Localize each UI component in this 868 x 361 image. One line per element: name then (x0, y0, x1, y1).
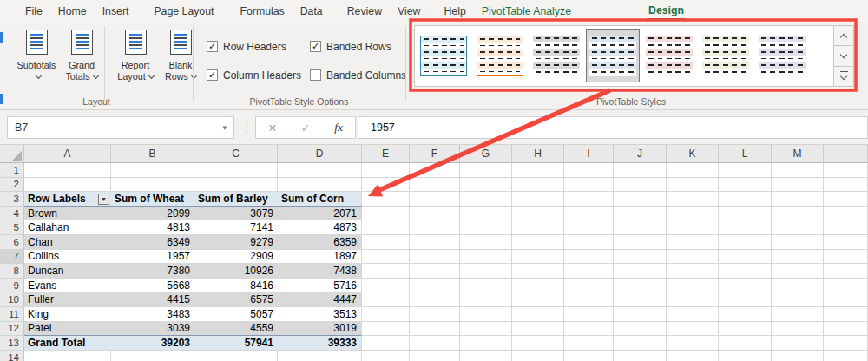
grid-cell[interactable] (564, 192, 614, 207)
column-header-f[interactable]: F (410, 145, 460, 163)
row-header[interactable]: 5 (0, 220, 24, 235)
grid-cell[interactable] (362, 178, 410, 193)
subtotals-button[interactable]: Subtotals (14, 26, 59, 82)
grid-cell[interactable] (460, 220, 512, 235)
grid-cell[interactable] (194, 351, 278, 361)
pivot-style-thumbnail-green[interactable] (699, 29, 753, 82)
pivot-value-cell[interactable]: 5668 (111, 279, 194, 293)
column-header-h[interactable]: H (512, 145, 564, 163)
grid-cell[interactable] (512, 178, 564, 193)
name-box-dropdown-icon[interactable]: ▾ (222, 123, 233, 132)
pivot-value-cell[interactable]: 6575 (194, 292, 278, 307)
tab-data[interactable]: Data (293, 0, 331, 22)
pivot-style-thumbnail-purple[interactable] (755, 29, 809, 82)
name-box[interactable]: B7 ▾ (7, 116, 234, 139)
grid-cell[interactable] (512, 351, 564, 361)
grid-cell[interactable] (512, 235, 564, 250)
grid-cell[interactable] (614, 220, 667, 235)
tab-page-layout[interactable]: Page Layout (146, 0, 221, 22)
tab-home[interactable]: Home (50, 0, 95, 22)
grid-cell[interactable] (667, 264, 719, 279)
tab-review[interactable]: Review (339, 0, 390, 22)
grid-cell[interactable] (362, 235, 410, 250)
column-header-i[interactable]: I (564, 145, 614, 163)
grid-cell[interactable] (564, 250, 614, 265)
tab-insert[interactable]: Insert (95, 0, 137, 22)
column-header-k[interactable]: K (667, 145, 719, 163)
grid-cell[interactable] (614, 235, 667, 250)
grid-cell[interactable] (824, 220, 868, 235)
grid-cell[interactable] (772, 192, 824, 207)
grid-cell[interactable] (719, 207, 772, 221)
grid-cell[interactable] (824, 351, 868, 361)
grid-cell[interactable] (667, 279, 719, 293)
pivot-value-cell[interactable]: 3483 (111, 307, 194, 322)
row-header[interactable]: 6 (0, 235, 24, 250)
grid-cell[interactable] (278, 163, 362, 178)
pivot-row-label[interactable]: Fuller (24, 292, 111, 307)
pivot-row-label[interactable]: Patel (24, 322, 111, 337)
pivot-row-label[interactable]: Evans (24, 279, 111, 293)
select-all-corner[interactable] (0, 145, 24, 163)
row-header[interactable]: 9 (0, 279, 24, 293)
grid-cell[interactable] (362, 322, 410, 337)
grid-cell[interactable] (362, 292, 410, 307)
insert-function-button[interactable]: fx (322, 121, 355, 135)
pivot-grand-total-value[interactable]: 39203 (111, 336, 194, 351)
grid-cell[interactable] (410, 192, 460, 207)
grid-cell[interactable] (564, 336, 614, 351)
grid-cell[interactable] (362, 220, 410, 235)
column-header-b[interactable]: B (111, 145, 194, 163)
report-layout-button[interactable]: Report Layout (113, 26, 158, 82)
grid-cell[interactable] (24, 351, 111, 361)
grid-cell[interactable] (410, 336, 460, 351)
pivot-value-cell[interactable]: 6349 (111, 235, 194, 250)
grid-cell[interactable] (719, 351, 772, 361)
grid-cell[interactable] (410, 220, 460, 235)
grid-cell[interactable] (667, 322, 719, 337)
row-header[interactable]: 13 (0, 336, 24, 351)
grid-cell[interactable] (564, 322, 614, 337)
grid-cell[interactable] (362, 192, 410, 207)
row-header[interactable]: 4 (0, 207, 24, 221)
grid-cell[interactable] (667, 207, 719, 221)
grid-cell[interactable] (460, 250, 512, 265)
blank-rows-button[interactable]: Blank Rows (158, 26, 203, 82)
banded-columns-checkbox[interactable]: Banded Columns (310, 69, 406, 82)
cancel-button[interactable]: ✕ (256, 121, 289, 135)
pivot-value-cell-active[interactable]: 1957 (111, 250, 194, 265)
grid-cell[interactable] (614, 250, 667, 265)
grid-cell[interactable] (512, 292, 564, 307)
grid-cell[interactable] (667, 250, 719, 265)
column-header-c[interactable]: C (194, 145, 278, 163)
grid-cell[interactable] (824, 250, 868, 265)
row-header[interactable]: 2 (0, 178, 24, 193)
grid-cell[interactable] (772, 307, 824, 322)
formula-input[interactable]: 1957 (358, 116, 868, 139)
pivot-value-cell[interactable]: 10926 (194, 264, 278, 279)
tab-file[interactable]: File (17, 0, 50, 22)
grid-cell[interactable] (772, 336, 824, 351)
grid-cell[interactable] (460, 192, 512, 207)
pivot-value-cell[interactable]: 2099 (111, 207, 194, 221)
row-header[interactable]: 14 (0, 351, 24, 361)
column-header-d[interactable]: D (278, 145, 362, 163)
grid-cell[interactable] (719, 163, 772, 178)
grid-cell[interactable] (824, 264, 868, 279)
grid-cell[interactable] (512, 220, 564, 235)
pivot-value-cell[interactable]: 1897 (278, 250, 362, 265)
grid-cell[interactable] (772, 279, 824, 293)
grid-cell[interactable] (719, 192, 772, 207)
grid-cell[interactable] (512, 192, 564, 207)
pivot-row-label[interactable]: Collins (24, 250, 111, 265)
filter-dropdown-icon[interactable]: ▼ (98, 194, 109, 205)
grid-cell[interactable] (362, 250, 410, 265)
pivot-value-cell[interactable]: 3019 (278, 322, 362, 337)
grid-cell[interactable] (564, 351, 614, 361)
grid-cell[interactable] (410, 163, 460, 178)
grid-cell[interactable] (772, 163, 824, 178)
tab-view[interactable]: View (390, 0, 428, 22)
grand-totals-button[interactable]: Grand Totals (59, 26, 104, 82)
grid-cell[interactable] (667, 292, 719, 307)
grid-cell[interactable] (194, 178, 278, 193)
